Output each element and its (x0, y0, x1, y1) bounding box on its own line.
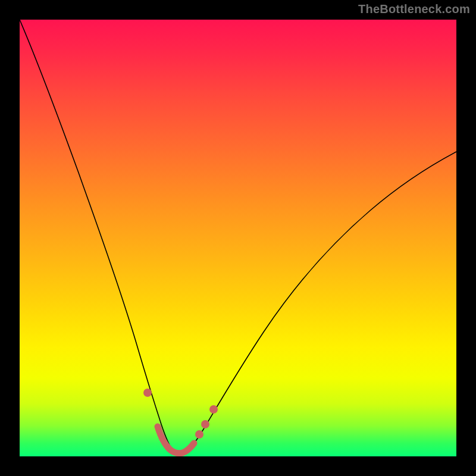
watermark-text: TheBottleneck.com (358, 2, 470, 16)
chart-stage: TheBottleneck.com (0, 0, 476, 476)
bottleneck-curve (20, 20, 456, 456)
marker-right-dot-2 (201, 420, 209, 428)
marker-right-dot-1 (195, 430, 203, 439)
curve-markers (143, 389, 218, 453)
marker-left-dot (143, 389, 152, 397)
plot-area (20, 20, 456, 456)
marker-right-dot-3 (209, 405, 218, 414)
curve-path (20, 20, 456, 455)
